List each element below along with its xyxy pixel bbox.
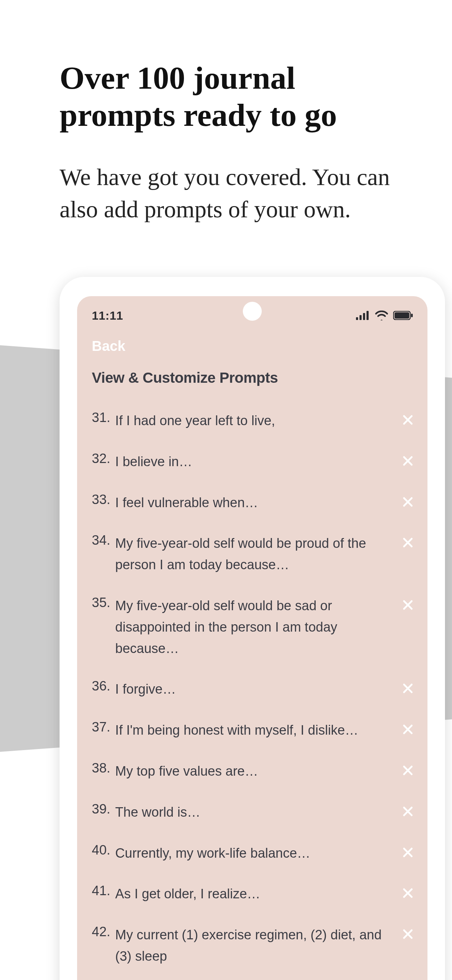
prompt-row: 31.If I had one year left to live, [77,400,428,441]
prompt-text: If I had one year left to live, [115,410,395,431]
svg-rect-3 [366,311,369,320]
close-icon [403,806,413,817]
close-icon [403,724,413,735]
delete-prompt-button[interactable] [400,412,415,428]
prompt-row: 38.My top five values are… [77,751,428,792]
status-time: 11:11 [92,309,123,323]
delete-prompt-button[interactable] [400,535,415,550]
phone-mockup-frame: 11:11 [60,277,445,980]
close-icon [403,888,413,898]
svg-rect-2 [363,313,365,320]
status-indicators [356,310,414,320]
prompt-row: 40.Currently, my work-life balance… [77,833,428,874]
close-icon [403,847,413,858]
prompt-number: 41. [92,883,110,898]
prompt-number: 32. [92,451,110,466]
close-icon [403,415,413,425]
close-icon [403,929,413,939]
prompt-number: 42. [92,924,110,939]
prompt-row: 37.If I'm being honest with myself, I di… [77,710,428,751]
marketing-subhead: We have got you covered. You can also ad… [60,161,410,226]
close-icon [403,497,413,507]
delete-prompt-button[interactable] [400,597,415,612]
prompt-number: 36. [92,679,110,694]
delete-prompt-button[interactable] [400,494,415,510]
camera-cutout [243,302,262,321]
delete-prompt-button[interactable] [400,722,415,737]
prompt-list: 31.If I had one year left to live,32.I b… [77,393,428,977]
prompt-row: 33.I feel vulnerable when… [77,482,428,523]
delete-prompt-button[interactable] [400,885,415,901]
prompt-number: 40. [92,843,110,858]
prompt-number: 31. [92,410,110,425]
prompt-text: The world is… [115,802,395,823]
delete-prompt-button[interactable] [400,845,415,860]
cellular-signal-icon [356,311,370,320]
prompt-number: 38. [92,760,110,776]
prompt-number: 33. [92,492,110,507]
prompt-text: Currently, my work-life balance… [115,843,395,864]
prompt-row: 36.I forgive… [77,669,428,710]
close-icon [403,683,413,694]
prompt-text: I forgive… [115,679,395,700]
prompt-row: 32.I believe in… [77,441,428,482]
close-icon [403,537,413,548]
prompt-number: 35. [92,595,110,610]
prompt-row: 39.The world is… [77,792,428,833]
prompt-text: As I get older, I realize… [115,883,395,905]
delete-prompt-button[interactable] [400,453,415,469]
prompt-text: My five-year-old self would be proud of … [115,533,395,576]
wifi-icon [375,310,388,320]
page-title: View & Customize Prompts [77,358,428,393]
battery-icon [393,311,414,320]
back-button[interactable]: Back [77,328,428,358]
close-icon [403,456,413,466]
prompt-row: 34.My five-year-old self would be proud … [77,523,428,585]
prompt-text: I feel vulnerable when… [115,492,395,514]
delete-prompt-button[interactable] [400,804,415,819]
prompt-text: I believe in… [115,451,395,473]
prompt-text: If I'm being honest with myself, I disli… [115,719,395,741]
svg-rect-1 [360,315,361,320]
delete-prompt-button[interactable] [400,763,415,778]
svg-rect-0 [356,317,358,320]
prompt-text: My five-year-old self would be sad or di… [115,595,395,659]
svg-rect-6 [411,314,413,317]
prompt-row: 42.My current (1) exercise regimen, (2) … [77,915,428,977]
close-icon [403,600,413,610]
prompt-number: 39. [92,802,110,817]
prompt-number: 37. [92,719,110,735]
svg-rect-5 [395,312,409,318]
prompt-text: My current (1) exercise regimen, (2) die… [115,924,395,967]
prompt-row: 35.My five-year-old self would be sad or… [77,585,428,669]
marketing-headline: Over 100 journal prompts ready to go [60,60,417,134]
prompt-number: 34. [92,533,110,548]
close-icon [403,765,413,776]
phone-screen: 11:11 [77,296,428,980]
delete-prompt-button[interactable] [400,926,415,942]
prompt-text: My top five values are… [115,760,395,782]
delete-prompt-button[interactable] [400,681,415,696]
prompt-row: 41.As I get older, I realize… [77,873,428,915]
